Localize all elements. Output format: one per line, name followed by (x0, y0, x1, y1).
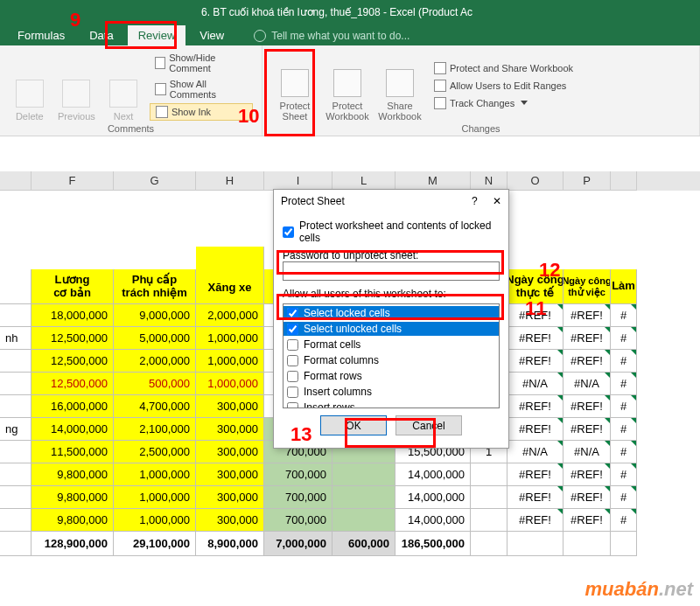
allow-label: Allow all users of this worksheet to: (283, 288, 500, 300)
protect-share-button[interactable]: Protect and Share Workbook (429, 60, 578, 76)
permission-option[interactable]: Insert columns (284, 385, 499, 399)
delete-comment-button[interactable]: Delete (9, 49, 51, 122)
dialog-help-button[interactable]: ? (472, 195, 478, 207)
window-title: 6. BT cuối khoá tiền lương, thuế_1908 - … (0, 0, 700, 24)
permission-option[interactable]: Format rows (284, 369, 499, 383)
permission-option[interactable]: Format cells (284, 338, 499, 352)
dialog-close-button[interactable]: ✕ (493, 195, 501, 207)
show-ink-button[interactable]: Show Ink (150, 103, 253, 121)
next-comment-button[interactable]: Next (102, 49, 144, 122)
ribbon-tabs: Formulas Data Review View Tell me what y… (0, 24, 700, 45)
tab-view[interactable]: View (189, 25, 234, 45)
permission-option[interactable]: Format columns (284, 353, 499, 367)
dialog-title: Protect Sheet (281, 195, 345, 207)
group-label-comments: Comments (9, 123, 253, 134)
protect-sheet-icon (281, 69, 309, 97)
ok-button[interactable]: OK (320, 415, 387, 435)
bulb-icon (254, 30, 266, 42)
tab-data[interactable]: Data (79, 25, 123, 45)
show-hide-comment-button[interactable]: Show/Hide Comment (150, 51, 253, 75)
password-input[interactable] (283, 261, 500, 281)
group-label-changes: Changes (271, 123, 690, 134)
protect-sheet-dialog: Protect Sheet ? ✕ Protect worksheet and … (273, 189, 509, 449)
ribbon: Delete Previous Next Show/Hide Comment S… (0, 45, 700, 136)
table-row[interactable]: 9,800,0001,000,000300,000700,00014,000,0… (0, 486, 700, 509)
previous-comment-button[interactable]: Previous (56, 49, 98, 122)
protect-sheet-button[interactable]: Protect Sheet (271, 49, 318, 122)
tab-review[interactable]: Review (128, 25, 186, 45)
protect-checkbox[interactable]: Protect worksheet and contents of locked… (283, 219, 500, 244)
tab-formulas[interactable]: Formulas (7, 25, 75, 45)
share-workbook-button[interactable]: Share Workbook (376, 49, 424, 122)
show-all-comments-button[interactable]: Show All Comments (150, 77, 253, 101)
permission-option[interactable]: Insert rows (284, 401, 499, 408)
column-headers: F G H I L M N O P (0, 171, 700, 191)
tell-me[interactable]: Tell me what you want to do... (254, 26, 410, 45)
protect-workbook-icon (333, 69, 361, 97)
track-changes-button[interactable]: Track Changes (429, 95, 578, 111)
permission-option[interactable]: Select unlocked cells (284, 322, 499, 336)
allow-edit-ranges-button[interactable]: Allow Users to Edit Ranges (429, 78, 578, 94)
watermark: muabán.net (585, 578, 693, 601)
chevron-down-icon (521, 101, 528, 105)
permissions-listbox[interactable]: Select locked cellsSelect unlocked cells… (283, 303, 500, 408)
table-row[interactable]: 9,800,0001,000,000300,000700,00014,000,0… (0, 509, 700, 532)
password-label: Password to unprotect sheet: (283, 249, 500, 261)
table-row[interactable]: 9,800,0001,000,000300,000700,00014,000,0… (0, 463, 700, 486)
permission-option[interactable]: Select locked cells (284, 306, 499, 320)
cancel-button[interactable]: Cancel (396, 415, 462, 435)
protect-workbook-button[interactable]: Protect Workbook (324, 49, 371, 122)
share-workbook-icon (386, 69, 414, 97)
